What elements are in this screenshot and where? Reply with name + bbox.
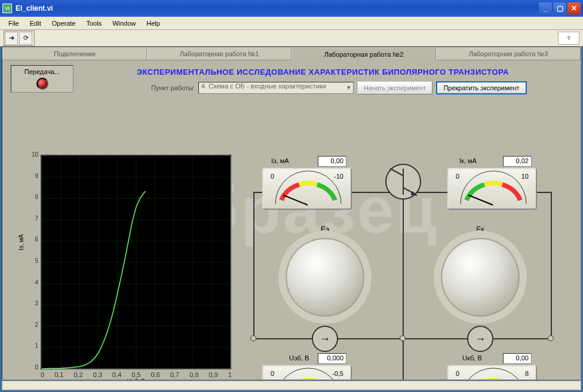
gauge-ukb: 08: [447, 365, 537, 380]
gauge-ie-label: Iэ, мА: [271, 157, 289, 164]
gauge-ie-value: 0,00: [318, 156, 346, 167]
start-experiment-button[interactable]: Начать эксперимент: [357, 81, 432, 94]
gauge-ukb-value: 0,00: [503, 353, 532, 364]
run-continuous-button[interactable]: ⟳: [19, 32, 32, 45]
chart-y-label: Iэ, мА: [18, 234, 24, 250]
context-help-icon[interactable]: ?: [558, 32, 579, 45]
menu-tools[interactable]: Tools: [81, 19, 106, 28]
chart-y-axis: 012345678910: [27, 155, 39, 370]
transmit-label: Передача...: [14, 68, 70, 75]
gauge-ueb: 0-0,5: [262, 365, 352, 380]
experiment-title: ЭКСПЕРИМЕНТАЛЬНОЕ ИССЛЕДОВАНИЕ ХАРАКТЕРИ…: [73, 65, 572, 81]
gauge-ik: 010: [447, 168, 537, 210]
horizontal-scrollbar[interactable]: [2, 381, 581, 390]
tab-connection[interactable]: Подключение: [2, 47, 147, 60]
chart-title: BAX: [17, 378, 35, 380]
menu-operate[interactable]: Operate: [47, 19, 81, 28]
transmit-led: [36, 78, 48, 90]
knob-ek[interactable]: [441, 238, 519, 316]
close-button[interactable]: ✕: [567, 2, 581, 14]
gauge-ie: 0-10: [262, 168, 352, 210]
gauge-ueb-label: Uэб, В: [289, 354, 309, 362]
menu-help[interactable]: Help: [142, 19, 165, 28]
tab-lab3[interactable]: Лабораторная работа №3: [436, 47, 581, 60]
tab-lab1[interactable]: Лабораторная работа №1: [147, 47, 292, 60]
gauge-ukb-label: Uкб, В: [462, 354, 482, 362]
window-title: El_client.vi: [16, 4, 539, 13]
current-source-ee: [312, 326, 338, 352]
svg-line-23: [390, 169, 403, 176]
client-area: Образец Подключение Лабораторная работа …: [2, 47, 581, 380]
vac-chart-box: 012345678910 Iэ, мА 00,10,20,30,40,50,60…: [17, 155, 232, 380]
knob-ee[interactable]: [286, 238, 364, 316]
work-point-label: Пункт работы:: [151, 84, 195, 91]
gauge-ueb-value: 0,000: [318, 353, 346, 364]
circuit-node: [548, 335, 554, 341]
tab-lab2[interactable]: Лабораторная работа №2: [292, 47, 436, 60]
app-icon: VI: [2, 4, 12, 13]
menu-file[interactable]: File: [4, 19, 24, 28]
transistor-symbol: [385, 164, 421, 200]
gauge-ik-label: Iк, мА: [459, 157, 477, 164]
circuit-node: [400, 335, 406, 341]
work-point-select[interactable]: 4. Схема с ОБ - входные характеристики: [198, 82, 354, 94]
window-titlebar: VI El_client.vi _ ▢ ✕: [0, 0, 583, 17]
transmit-indicator-box: Передача...: [11, 65, 73, 93]
run-button[interactable]: ➔: [5, 32, 18, 45]
menu-bar: File Edit Operate Tools Window Help: [0, 17, 583, 30]
maximize-button[interactable]: ▢: [553, 2, 566, 14]
current-source-ek: [467, 326, 493, 352]
chart-x-label: Uэб, В: [41, 378, 232, 380]
chart-x-axis: 00,10,20,30,40,50,60,70,80,91: [41, 370, 232, 378]
circuit-panel: Iэ, мА 0,00 0-10 Iк, мА 0,02 010 Еэ: [241, 155, 564, 380]
stop-experiment-button[interactable]: Прекратить эксперимент: [436, 81, 526, 94]
minimize-button[interactable]: _: [539, 2, 552, 14]
menu-edit[interactable]: Edit: [25, 19, 46, 28]
toolbar: ➔ ⟳ ?: [0, 30, 583, 47]
circuit-node: [250, 335, 256, 341]
chart-plot-area: [41, 155, 232, 370]
gauge-ik-value: 0,02: [503, 156, 532, 167]
menu-window[interactable]: Window: [108, 19, 140, 28]
